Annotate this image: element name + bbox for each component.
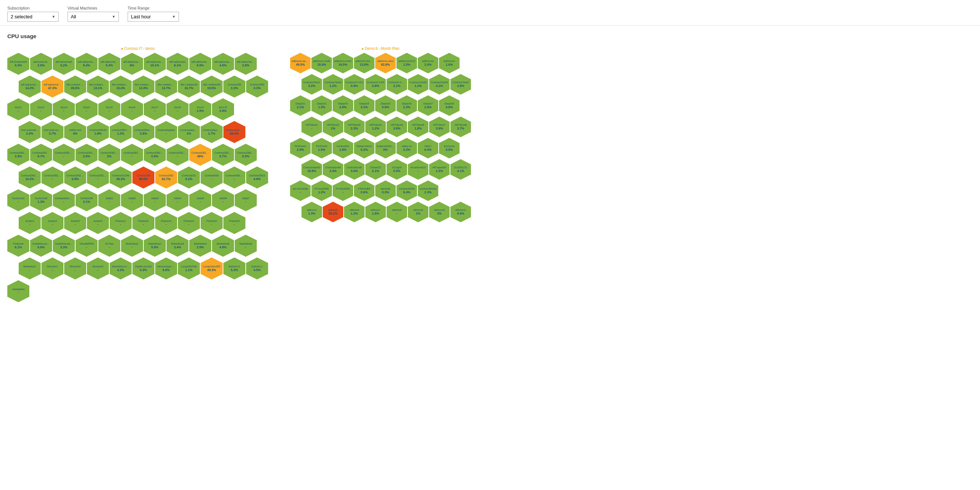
hex-cell[interactable]: HRT0bvd61.8% <box>408 117 428 137</box>
hex-cell[interactable]: adf-aarcjump03.2% <box>53 53 75 75</box>
hex-cell[interactable]: ContosoDB2S42- <box>41 167 64 189</box>
hex-cell[interactable]: ContosoCtest84.1% <box>429 74 450 95</box>
hex-cell[interactable]: adf-agtcjump5 4077847.3% <box>41 76 64 97</box>
hex-cell[interactable]: ContosoDB96.6% <box>132 167 154 189</box>
hex-cell[interactable]: slithmo61.2% <box>344 202 364 222</box>
hex-cell[interactable]: KTomnitE60.6% <box>354 180 374 201</box>
hex-cell[interactable]: Diagn021.3% <box>311 95 332 116</box>
hex-cell[interactable]: Contoso9 0.5%0.5% <box>344 74 364 95</box>
hex-cell[interactable]: clutter-test4% <box>64 121 86 143</box>
hex-cell[interactable]: Marketing42.9% <box>189 235 211 257</box>
hex-cell[interactable]: chef-chef-mcg old3.7% <box>41 121 64 143</box>
hex-cell[interactable]: ContosoMods22.3% <box>418 180 438 201</box>
hex-cell[interactable]: Azur7- <box>144 98 166 120</box>
hex-cell[interactable]: IICSgoIt0.9% <box>387 159 407 180</box>
subscription-select[interactable]: 2 selected ▼ <box>7 12 59 22</box>
hex-cell[interactable]: ContosoDB2S242.9% <box>76 144 97 166</box>
hex-cell[interactable]: plc-fud-fundb- <box>290 180 311 201</box>
hex-cell[interactable]: Azur6- <box>121 98 143 120</box>
hex-cell[interactable]: Azur5- <box>98 98 120 120</box>
hex-cell[interactable]: slithmo8- <box>387 202 407 222</box>
hex-cell[interactable]: ContosoN56-5040- <box>223 167 245 189</box>
hex-cell[interactable]: contosoDB/VM41.2% <box>110 121 132 143</box>
hex-cell[interactable]: ContosoDB23.3% <box>246 76 268 97</box>
hex-cell[interactable]: valley-on2.2% <box>396 138 417 158</box>
hex-cell[interactable]: Finance3- <box>155 212 177 234</box>
hex-cell[interactable]: HP-agentDf1.5% <box>429 159 450 180</box>
hex-cell[interactable]: adf-agtcjump2-14805.9% <box>189 53 211 75</box>
hex-cell[interactable]: HRT0bvd53.8% <box>387 117 407 137</box>
hex-cell[interactable]: Azur91.9% <box>189 98 211 120</box>
hex-cell[interactable]: adlDemo-Demo113.6% <box>354 53 374 73</box>
hex-cell[interactable]: adlDemo-win162.6% <box>375 53 396 73</box>
hex-cell[interactable]: ContosoD2S4k38.3% <box>110 167 132 189</box>
hex-cell[interactable]: LongerWordE549.3% <box>200 258 223 280</box>
hex-cell[interactable]: Aks-nodepool619.5% <box>200 76 223 97</box>
hex-cell[interactable]: HRT0bvd32.3% <box>344 117 364 137</box>
vm-select[interactable]: All ▼ <box>67 12 119 22</box>
hex-cell[interactable]: ContosoDB2S229.7% <box>30 144 52 166</box>
time-select[interactable]: Last hour ▼ <box>127 12 179 22</box>
hex-cell[interactable]: slithmo595.2% <box>323 202 343 222</box>
hex-cell[interactable]: Aks-nodepoo1 -JU4528.6% <box>64 76 86 97</box>
hex-cell[interactable]: slithmo41.3% <box>301 202 322 222</box>
hex-cell[interactable]: ContosAzmt43.4% <box>323 159 343 180</box>
hex-cell[interactable]: Health-juncts50.3% <box>132 258 154 280</box>
hex-cell[interactable]: ContosoDB2S44- <box>87 167 109 189</box>
hex-cell[interactable]: slithmo103% <box>429 202 450 222</box>
hex-cell[interactable]: ContosoDB2S212.9% <box>7 144 29 166</box>
hex-cell[interactable]: ContosoCtest13.2% <box>301 74 322 95</box>
hex-cell[interactable]: Junam4- <box>87 212 109 234</box>
hex-cell[interactable]: IH-activnet10- <box>408 159 428 180</box>
hex-cell[interactable]: Julab4- <box>167 189 189 211</box>
hex-cell[interactable]: DUS9D1S14.1% <box>450 159 471 180</box>
hex-cell[interactable]: HRT0bvd21% <box>323 117 343 137</box>
hex-cell[interactable]: LongerMVMik1.1% <box>178 258 200 280</box>
hex-cell[interactable]: ContosD011.8% <box>332 138 353 158</box>
hex-cell[interactable]: Marketing1- <box>121 235 143 257</box>
hex-cell[interactable]: adf-agtcjump4 401114.2% <box>19 76 41 97</box>
hex-cell[interactable]: ContosoDBVM1.8% <box>87 121 109 143</box>
hex-cell[interactable]: ContosoDB2S28- <box>167 144 189 166</box>
hex-cell[interactable]: aarcjump.dc..3.5% <box>30 53 52 75</box>
hex-cell[interactable]: Azur2- <box>30 98 52 120</box>
hex-cell[interactable]: Julab5- <box>189 189 211 211</box>
hex-cell[interactable]: Diagn062.3% <box>396 95 417 116</box>
hex-cell[interactable]: ContosoDB/VM594.4% <box>223 121 245 143</box>
hex-cell[interactable]: Economy0.8% <box>439 138 460 158</box>
hex-cell[interactable]: contosoDB/app22.6% <box>132 121 154 143</box>
hex-cell[interactable]: Diagn050.5% <box>375 95 396 116</box>
hex-cell[interactable]: Aks-nodepool3 -445112.8% <box>132 76 154 97</box>
hex-cell[interactable]: adf-agtcjump2-45114.5% <box>212 53 234 75</box>
hex-cell[interactable]: adf-agtcjump0 (5 T.)10.1% <box>144 53 166 75</box>
hex-cell[interactable]: wemods0.3% <box>375 180 396 201</box>
hex-cell[interactable]: ContosoCtest72.8% <box>450 74 471 95</box>
hex-cell[interactable]: Julab2- <box>121 189 143 211</box>
hex-cell[interactable]: Finance2- <box>132 212 154 234</box>
hex-cell[interactable]: adf-agtcjump (4TC)5.3% <box>98 53 120 75</box>
hex-cell[interactable]: ContosAzmt53.8% <box>344 159 364 180</box>
hex-cell[interactable]: adf-agtcjump19.1% <box>167 53 189 75</box>
hex-cell[interactable]: Diagn084.6% <box>439 95 460 116</box>
hex-cell[interactable]: ContosoCtest91.1% <box>408 74 428 95</box>
hex-cell[interactable]: HRT0bvd1- <box>301 117 322 137</box>
hex-cell[interactable]: Diagn012.1% <box>290 95 311 116</box>
hex-cell[interactable]: Finance5- <box>200 212 223 234</box>
hex-cell[interactable]: SCTigo- <box>98 235 120 257</box>
hex-cell[interactable]: Marketing33.4% <box>167 235 189 257</box>
hex-cell[interactable]: ContosoDB2S26- <box>121 144 143 166</box>
hex-cell[interactable]: Aks-nodepool2 -445115.4% <box>110 76 132 97</box>
hex-cell[interactable]: ContosoAppDb21% <box>178 121 200 143</box>
hex-cell[interactable]: Azur100.8% <box>212 98 234 120</box>
hex-cell[interactable]: Marketing7- <box>19 258 41 280</box>
hex-cell[interactable]: Junam3- <box>64 212 86 234</box>
hex-cell[interactable]: ContosoDB2S310.5% <box>235 144 257 166</box>
hex-cell[interactable]: Ekonom2- <box>64 258 86 280</box>
hex-cell[interactable]: ContosoDB2S4110.2% <box>19 167 41 189</box>
hex-cell[interactable]: ContosoAppDb- <box>155 121 177 143</box>
hex-cell[interactable]: Finance1- <box>110 212 132 234</box>
hex-cell[interactable]: PerfHost21.5% <box>311 138 332 158</box>
hex-cell[interactable]: Scaleking-adeos3.3% <box>53 235 75 257</box>
hex-cell[interactable]: adlDemoDS151.5% <box>396 53 417 73</box>
hex-cell[interactable]: VirtualMWIN- <box>76 235 97 257</box>
